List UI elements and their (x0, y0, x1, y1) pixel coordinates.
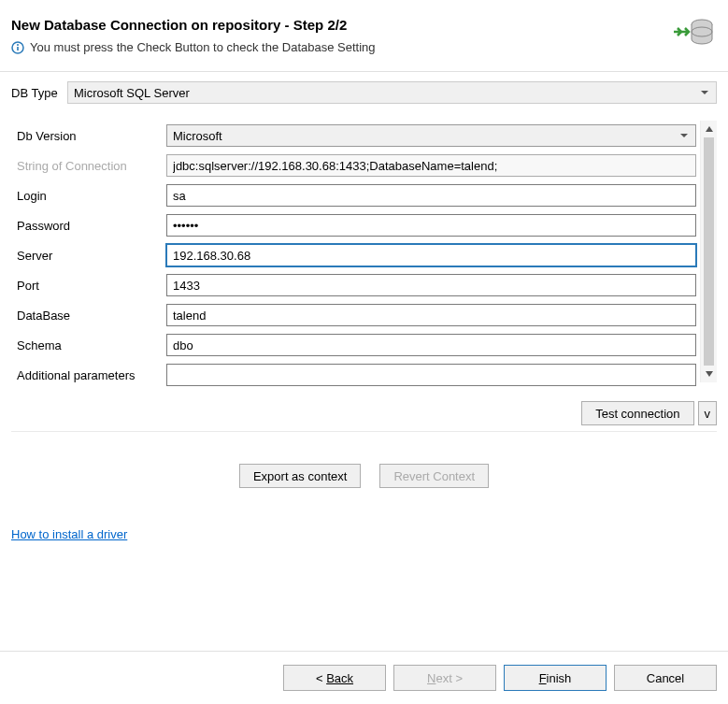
schema-row: Schema (17, 334, 696, 356)
db-type-select[interactable]: Microsoft SQL Server (67, 81, 717, 104)
schema-label: Schema (17, 338, 166, 352)
wizard-info-text: You must press the Check Button to check… (30, 40, 376, 54)
port-label: Port (17, 279, 166, 293)
cancel-button[interactable]: Cancel (614, 665, 717, 691)
additional-parameters-input[interactable] (166, 364, 696, 386)
back-button-label: Back (326, 671, 353, 685)
form-scrollbar[interactable] (700, 121, 717, 382)
scrollbar-thumb[interactable] (704, 137, 714, 366)
wizard-header: New Database Connection on repository - … (0, 0, 728, 64)
wizard-info-row: You must press the Check Button to check… (11, 40, 717, 54)
finish-button[interactable]: Finish (504, 665, 607, 691)
database-row: DataBase (17, 304, 696, 326)
context-buttons-row: Export as context Revert Context (0, 432, 728, 510)
wizard-footer: < Back Next > Finish Cancel (0, 651, 728, 704)
test-connection-dropdown-button[interactable]: v (698, 401, 718, 425)
scrollbar-up-icon[interactable] (701, 121, 718, 137)
server-input[interactable] (166, 244, 696, 266)
login-input[interactable] (166, 184, 696, 207)
database-label: DataBase (17, 309, 166, 323)
database-wizard-icon (672, 15, 715, 49)
db-version-select[interactable]: Microsoft (166, 124, 696, 147)
password-label: Password (17, 219, 166, 233)
svg-rect-2 (17, 47, 19, 50)
scrollbar-down-icon[interactable] (701, 366, 718, 382)
info-icon (11, 41, 24, 54)
port-row: Port (17, 274, 696, 296)
database-input[interactable] (166, 304, 696, 326)
svg-point-1 (17, 44, 19, 46)
additional-parameters-label: Additional parameters (17, 368, 166, 382)
db-version-row: Db Version Microsoft (17, 124, 696, 147)
db-type-label: DB Type (11, 86, 62, 100)
revert-context-button: Revert Context (379, 464, 489, 488)
next-button: Next > (393, 665, 496, 691)
db-version-label: Db Version (17, 129, 166, 143)
db-type-value: Microsoft SQL Server (74, 86, 190, 100)
form-content: Db Version Microsoft String of Connectio… (11, 113, 700, 394)
login-row: Login (17, 184, 696, 207)
schema-input[interactable] (166, 334, 696, 356)
connection-string-input (166, 154, 696, 177)
driver-link-row: How to install a driver (0, 510, 728, 541)
connection-string-row: String of Connection (17, 154, 696, 177)
install-driver-link[interactable]: How to install a driver (11, 527, 127, 541)
additional-parameters-row: Additional parameters (17, 364, 696, 386)
form-area: Db Version Microsoft String of Connectio… (0, 113, 728, 394)
login-label: Login (17, 189, 166, 203)
server-row: Server (17, 244, 696, 266)
back-button[interactable]: < Back (283, 665, 386, 691)
db-type-row: DB Type Microsoft SQL Server (0, 72, 728, 113)
db-version-value: Microsoft (173, 129, 222, 143)
password-input[interactable] (166, 214, 696, 237)
test-connection-row: Test connection v (0, 394, 728, 431)
port-input[interactable] (166, 274, 696, 296)
password-row: Password (17, 214, 696, 237)
server-label: Server (17, 249, 166, 263)
connection-string-label: String of Connection (17, 159, 166, 173)
wizard-title: New Database Connection on repository - … (11, 17, 717, 33)
test-connection-button[interactable]: Test connection (581, 401, 693, 425)
export-as-context-button[interactable]: Export as context (239, 464, 361, 488)
